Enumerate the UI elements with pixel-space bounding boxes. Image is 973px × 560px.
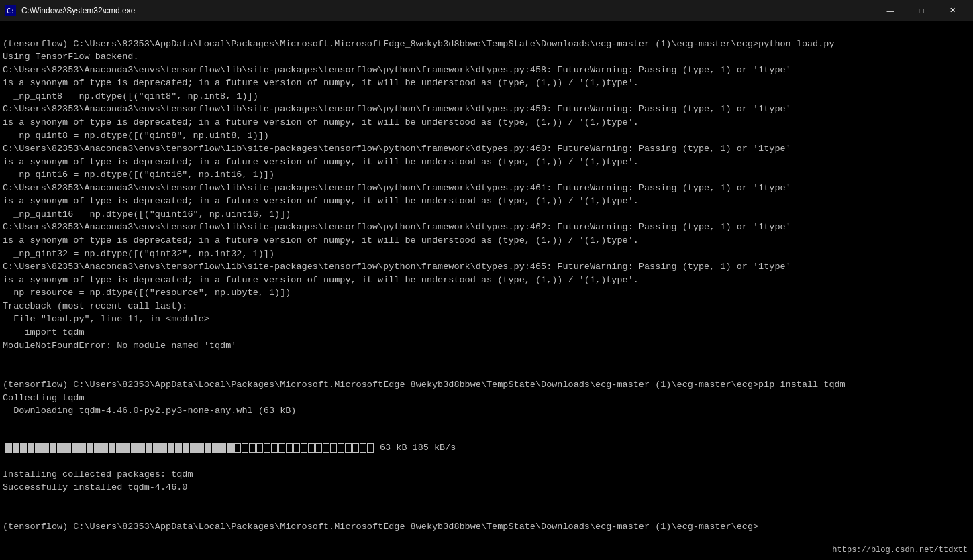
window: C: C:\Windows\System32\cmd.exe — □ ✕ (te… [0, 0, 973, 560]
line-29: Installing collected packages: tqdm [3, 469, 193, 480]
seg-e18 [360, 443, 366, 453]
line-14: _np_quint16 = np.dtype([("quint16", np.u… [3, 209, 291, 219]
minimize-button[interactable]: — [875, 0, 906, 21]
seg-f21 [153, 443, 160, 453]
seg-f23 [168, 443, 174, 453]
line-7: is a synonym of type is deprecated; in a… [3, 117, 639, 127]
line-19: is a synonym of type is deprecated; in a… [3, 275, 639, 285]
line-4: is a synonym of type is deprecated; in a… [3, 78, 639, 88]
seg-f8 [57, 443, 64, 453]
line-30: Successfully installed tqdm-4.46.0 [3, 482, 187, 492]
seg-f12 [87, 443, 93, 453]
seg-e12 [315, 443, 322, 453]
seg-f14 [101, 443, 108, 453]
seg-f27 [197, 443, 204, 453]
line-32: (tensorflow) C:\Users\82353\AppData\Loca… [3, 522, 764, 532]
seg-f11 [79, 443, 86, 453]
terminal-output-2: Installing collected packages: tqdm Succ… [3, 455, 970, 547]
seg-f18 [131, 443, 138, 453]
seg-f20 [146, 443, 152, 453]
seg-f5 [35, 443, 42, 453]
line-1: (tensorflow) C:\Users\82353\AppData\Loca… [3, 39, 835, 49]
line-10: is a synonym of type is deprecated; in a… [3, 157, 639, 167]
seg-e3 [249, 443, 256, 453]
seg-f4 [28, 443, 34, 453]
line-24: ModuleNotFoundError: No module named 'tq… [3, 341, 236, 351]
line-18: C:\Users\82353\Anaconda3\envs\tensorflow… [3, 262, 791, 272]
cmd-icon: C: [5, 5, 16, 16]
seg-f15 [109, 443, 115, 453]
seg-f7 [50, 443, 56, 453]
seg-f3 [20, 443, 27, 453]
seg-e1 [234, 443, 241, 453]
line-13: is a synonym of type is deprecated; in a… [3, 196, 639, 206]
line-6: C:\Users\82353\Anaconda3\envs\tensorflow… [3, 104, 791, 114]
seg-e19 [367, 443, 374, 453]
seg-e7 [278, 443, 285, 453]
window-controls: — □ ✕ [875, 0, 968, 21]
line-21: Traceback (most recent call last): [3, 301, 187, 311]
line-15: C:\Users\82353\Anaconda3\envs\tensorflow… [3, 222, 791, 232]
close-button[interactable]: ✕ [937, 0, 968, 21]
line-16: is a synonym of type is deprecated; in a… [3, 235, 639, 245]
seg-f28 [205, 443, 211, 453]
line-5: _np_qint8 = np.dtype([("qint8", np.int8,… [3, 91, 258, 101]
line-3: C:\Users\82353\Anaconda3\envs\tensorflow… [3, 65, 791, 75]
line-8: _np_quint8 = np.dtype([("qint8", np.uint… [3, 131, 269, 141]
bottom-link: https://blog.csdn.net/ttdxtt [832, 545, 968, 555]
line-17: _np_qint32 = np.dtype([("qint32", np.int… [3, 249, 274, 259]
line-12: C:\Users\82353\Anaconda3\envs\tensorflow… [3, 183, 791, 193]
seg-e4 [256, 443, 263, 453]
seg-e17 [352, 443, 359, 453]
seg-e6 [271, 443, 278, 453]
line-20: np_resource = np.dtype([("resource", np.… [3, 288, 291, 298]
seg-f29 [212, 443, 219, 453]
seg-f17 [123, 443, 130, 453]
line-23: import tqdm [3, 327, 85, 337]
line-11: _np_qint16 = np.dtype([("qint16", np.int… [3, 170, 274, 180]
progress-line: 63 kB 185 kB/s [3, 441, 970, 455]
seg-f13 [94, 443, 101, 453]
seg-f30 [219, 443, 226, 453]
line-27: Collecting tqdm [3, 393, 85, 403]
line-9: C:\Users\82353\Anaconda3\envs\tensorflow… [3, 144, 791, 154]
seg-e14 [330, 443, 337, 453]
seg-e11 [308, 443, 315, 453]
seg-f2 [13, 443, 19, 453]
seg-e5 [264, 443, 270, 453]
seg-f25 [183, 443, 189, 453]
seg-f31 [227, 443, 234, 453]
terminal-output: (tensorflow) C:\Users\82353\AppData\Loca… [3, 24, 970, 444]
seg-f1 [5, 443, 12, 453]
line-26: (tensorflow) C:\Users\82353\AppData\Loca… [3, 380, 846, 390]
seg-e2 [242, 443, 248, 453]
window-title: C:\Windows\System32\cmd.exe [21, 6, 135, 15]
seg-f16 [116, 443, 123, 453]
seg-f6 [42, 443, 49, 453]
seg-e8 [286, 443, 293, 453]
seg-f22 [160, 443, 167, 453]
progress-bar [5, 443, 374, 453]
seg-e9 [293, 443, 300, 453]
seg-f26 [190, 443, 197, 453]
line-2: Using TensorFlow backend. [3, 52, 139, 62]
seg-f19 [138, 443, 145, 453]
title-bar: C: C:\Windows\System32\cmd.exe — □ ✕ [0, 0, 973, 21]
seg-f10 [72, 443, 79, 453]
seg-e15 [338, 443, 344, 453]
progress-text: 63 kB 185 kB/s [380, 443, 456, 453]
seg-e10 [301, 443, 307, 453]
svg-text:C:: C: [7, 7, 15, 15]
seg-f24 [175, 443, 182, 453]
line-22: File "load.py", line 11, in <module> [3, 314, 209, 324]
seg-e13 [323, 443, 329, 453]
terminal-content: (tensorflow) C:\Users\82353\AppData\Loca… [0, 21, 973, 560]
line-28: Downloading tqdm-4.46.0-py2.py3-none-any… [3, 406, 296, 416]
seg-f9 [64, 443, 71, 453]
maximize-button[interactable]: □ [906, 0, 937, 21]
title-bar-left: C: C:\Windows\System32\cmd.exe [5, 5, 135, 16]
seg-e16 [345, 443, 352, 453]
